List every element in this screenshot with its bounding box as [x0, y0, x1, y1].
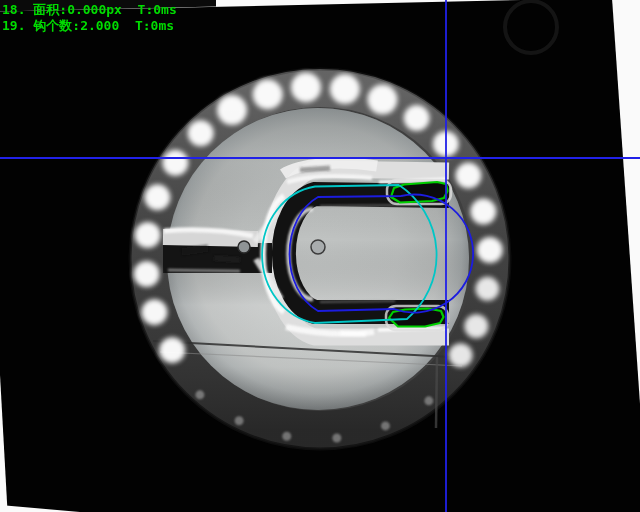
- led-dot: [291, 72, 321, 102]
- led-dot: [135, 222, 161, 248]
- camera-image[interactable]: [0, 0, 640, 512]
- led-dot: [134, 261, 160, 287]
- led-dot: [470, 199, 496, 225]
- led-dot: [477, 237, 503, 263]
- led-dot: [455, 163, 481, 189]
- rim-glint-dot: [235, 416, 244, 425]
- led-dot: [162, 150, 188, 176]
- camera-viewport[interactable]: 18. 面积:0.000px T:0ms 19. 钩个数:2.000 T:0ms: [0, 0, 640, 512]
- led-dot: [144, 184, 170, 210]
- led-dot: [464, 314, 488, 338]
- eye-boss: [311, 240, 325, 254]
- measurement-result-line-2: 19. 钩个数:2.000 T:0ms: [2, 17, 174, 35]
- fork-boss: [238, 241, 250, 253]
- led-dot: [475, 277, 499, 301]
- led-dot: [253, 80, 283, 110]
- rim-glint-dot: [332, 434, 341, 443]
- led-dot: [367, 85, 397, 115]
- stem-bright: [163, 237, 258, 239]
- led-dot: [404, 105, 430, 131]
- rim-glint-dot: [424, 396, 433, 405]
- led-dot: [217, 95, 247, 125]
- rim-glint-dot: [282, 432, 291, 441]
- led-dot: [159, 337, 185, 363]
- rim-glint-dot: [195, 390, 204, 399]
- part-pin-line: [436, 357, 437, 428]
- led-dot: [330, 74, 360, 104]
- rim-glint-dot: [381, 421, 390, 430]
- led-dot: [449, 343, 473, 367]
- led-dot: [188, 120, 214, 146]
- led-dot: [141, 299, 167, 325]
